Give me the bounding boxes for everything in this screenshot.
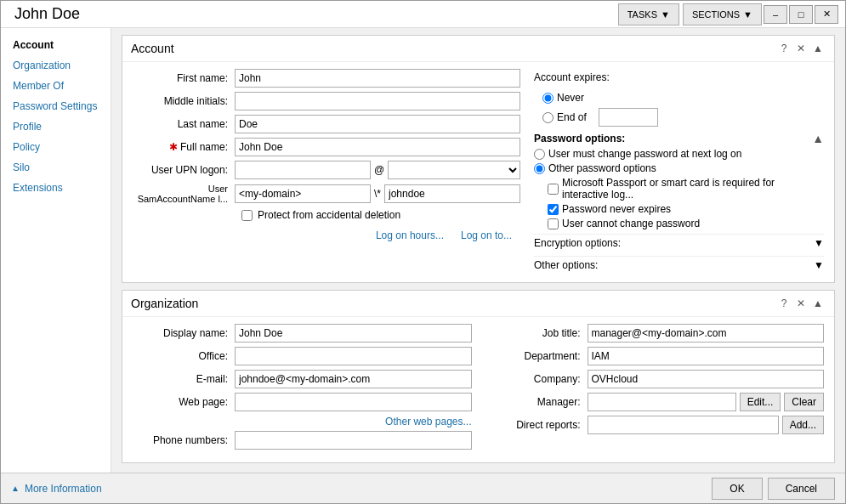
first-name-input[interactable] <box>235 69 520 88</box>
account-section-title: Account <box>131 42 174 55</box>
web-page-input[interactable] <box>235 393 472 411</box>
sidebar-item-password-settings[interactable]: Password Settings <box>1 96 111 116</box>
email-input[interactable] <box>235 370 472 388</box>
company-input[interactable] <box>588 370 825 388</box>
manager-row: Manager: Edit... Clear <box>485 393 825 411</box>
close-button[interactable] <box>815 5 838 24</box>
org-help-icon[interactable]: ? <box>776 296 792 311</box>
log-on-to-link[interactable]: Log on to... <box>461 229 512 241</box>
title-bar: John Doe TASKS ▼ SECTIONS ▼ <box>1 1 845 28</box>
direct-reports-input[interactable] <box>588 416 779 434</box>
other-web-pages-link[interactable]: Other web pages... <box>385 416 471 428</box>
content-area: Account ? ✕ ▲ First name: <box>111 28 845 473</box>
expires-label: Account expires: <box>534 71 610 83</box>
sam-label: User SamAccountName l... <box>133 184 235 204</box>
web-page-row: Web page: <box>133 393 472 411</box>
protect-label[interactable]: Protect from accidental deletion <box>258 209 400 221</box>
expires-endof-row: End of <box>542 108 824 127</box>
job-title-input[interactable] <box>588 324 825 343</box>
office-label: Office: <box>133 350 235 362</box>
sidebar-item-organization[interactable]: Organization <box>1 55 111 76</box>
account-section-icons: ? ✕ ▲ <box>776 41 826 56</box>
org-collapse-icon[interactable]: ▲ <box>810 296 826 311</box>
more-info-area[interactable]: ▲ More Information <box>11 483 102 495</box>
sam-domain-input[interactable] <box>235 184 371 203</box>
sam-user-input[interactable] <box>384 184 520 203</box>
sidebar-item-silo[interactable]: Silo <box>1 157 111 178</box>
upn-at-sign: @ <box>374 164 384 176</box>
other-options-row[interactable]: Other options: ▼ <box>534 256 824 274</box>
ok-button[interactable]: OK <box>712 478 762 500</box>
manager-clear-button[interactable]: Clear <box>784 393 824 411</box>
sidebar-item-member-of[interactable]: Member Of <box>1 76 111 96</box>
log-on-hours-link[interactable]: Log on hours... <box>376 229 444 241</box>
department-label: Department: <box>485 350 588 362</box>
department-input[interactable] <box>588 347 825 365</box>
expires-endof-radio[interactable] <box>542 112 554 123</box>
job-title-label: Job title: <box>485 327 588 339</box>
pw-change-radio[interactable] <box>534 149 545 160</box>
first-name-label: First name: <box>133 72 235 84</box>
sidebar-item-extensions[interactable]: Extensions <box>1 178 111 198</box>
pw-other-radio[interactable] <box>534 163 545 174</box>
org-close-icon[interactable]: ✕ <box>793 296 809 311</box>
account-section-header: Account ? ✕ ▲ <box>122 36 834 62</box>
maximize-button[interactable] <box>789 5 813 24</box>
sidebar: Account Organization Member Of Password … <box>1 28 111 473</box>
org-form-grid: Display name: Office: E-mail: <box>133 324 824 454</box>
account-form-grid: First name: Middle initials: Last name: <box>133 69 824 274</box>
upn-domain-select[interactable] <box>388 161 520 179</box>
phone-numbers-input[interactable] <box>235 431 472 450</box>
middle-initials-input[interactable] <box>235 92 520 110</box>
sidebar-item-account[interactable]: Account <box>1 35 111 55</box>
org-form-left: Display name: Office: E-mail: <box>133 324 472 454</box>
manager-edit-button[interactable]: Edit... <box>740 393 781 411</box>
pw-passport-checkbox[interactable] <box>548 184 559 195</box>
password-options: Password options: ▲ User must change pas… <box>534 132 824 229</box>
encryption-expand-icon: ▼ <box>814 237 824 249</box>
account-section-body: First name: Middle initials: Last name: <box>122 62 834 282</box>
cancel-button[interactable]: Cancel <box>768 478 835 500</box>
last-name-input[interactable] <box>235 115 520 133</box>
office-row: Office: <box>133 347 472 365</box>
expires-never-radio[interactable] <box>542 93 554 104</box>
pw-collapse-button[interactable]: ▲ <box>812 132 824 145</box>
pw-cannot-change-checkbox[interactable] <box>548 218 559 229</box>
expires-endof-label[interactable]: End of <box>542 111 587 123</box>
pw-radio1-row: User must change password at next log on <box>534 148 824 160</box>
add-direct-report-button[interactable]: Add... <box>782 416 824 434</box>
first-name-row: First name: <box>133 69 520 88</box>
sections-button[interactable]: SECTIONS ▼ <box>683 3 762 25</box>
company-row: Company: <box>485 370 825 388</box>
account-close-icon[interactable]: ✕ <box>793 41 809 56</box>
direct-reports-label: Direct reports: <box>485 419 588 431</box>
display-name-input[interactable] <box>235 324 472 343</box>
account-help-icon[interactable]: ? <box>776 41 792 56</box>
expires-never-label[interactable]: Never <box>542 92 584 104</box>
office-input[interactable] <box>235 347 472 365</box>
pw-never-expires-checkbox[interactable] <box>548 204 559 215</box>
pw-check3-row: User cannot change password <box>548 218 824 229</box>
direct-reports-controls: Add... <box>588 416 825 434</box>
expires-date-input[interactable] <box>599 108 658 127</box>
protect-checkbox[interactable] <box>241 210 253 221</box>
org-section-title: Organization <box>131 297 198 310</box>
organization-section: Organization ? ✕ ▲ Display name: <box>122 290 835 463</box>
manager-input[interactable] <box>588 393 736 411</box>
main-window: John Doe TASKS ▼ SECTIONS ▼ Account Orga… <box>0 0 846 504</box>
display-name-row: Display name: <box>133 324 472 343</box>
tasks-button[interactable]: TASKS ▼ <box>618 3 679 25</box>
middle-initials-label: Middle initials: <box>133 95 235 107</box>
tasks-dropdown-arrow: ▼ <box>661 9 670 20</box>
full-name-required-icon: ✱ <box>169 141 178 153</box>
account-collapse-icon[interactable]: ▲ <box>810 41 826 56</box>
upn-username-input[interactable] <box>235 161 371 179</box>
org-section-header: Organization ? ✕ ▲ <box>122 291 834 317</box>
sidebar-item-policy[interactable]: Policy <box>1 137 111 157</box>
full-name-input[interactable] <box>235 138 520 156</box>
sidebar-item-profile[interactable]: Profile <box>1 116 111 137</box>
minimize-button[interactable] <box>764 5 787 24</box>
org-section-icons: ? ✕ ▲ <box>776 296 826 311</box>
display-name-label: Display name: <box>133 327 235 339</box>
encryption-row[interactable]: Encryption options: ▼ <box>534 234 824 252</box>
